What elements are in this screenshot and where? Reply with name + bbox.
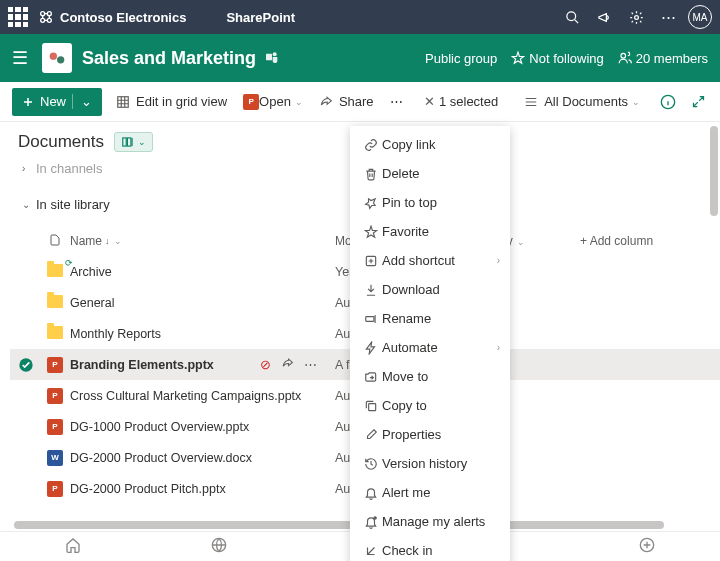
menu-item-link[interactable]: Copy link xyxy=(350,130,510,159)
menu-item-download[interactable]: Download xyxy=(350,275,510,304)
powerpoint-icon: P xyxy=(243,94,259,110)
svg-point-19 xyxy=(374,516,376,518)
history-icon xyxy=(360,457,382,471)
svg-point-1 xyxy=(47,12,51,16)
app-name[interactable]: SharePoint xyxy=(226,10,295,25)
svg-point-2 xyxy=(41,18,45,22)
powerpoint-icon: P xyxy=(47,419,63,435)
column-name[interactable]: Name↓⌄ xyxy=(70,234,335,248)
svg-point-5 xyxy=(634,15,638,19)
chevron-down-icon[interactable]: ⌄ xyxy=(72,94,92,109)
view-switcher[interactable]: All Documents⌄ xyxy=(516,88,648,116)
follow-button[interactable]: Not following xyxy=(511,51,603,66)
menu-item-props[interactable]: Properties xyxy=(350,420,510,449)
menu-item-checkin[interactable]: Check in xyxy=(350,536,510,561)
file-name[interactable]: General xyxy=(70,296,335,310)
context-menu: Copy linkDeletePin to topFavoriteAdd sho… xyxy=(350,126,510,561)
menu-item-shortcut[interactable]: Add shortcut› xyxy=(350,246,510,275)
folder-icon xyxy=(47,326,63,339)
download-icon xyxy=(360,283,382,297)
svg-rect-11 xyxy=(118,96,129,107)
star-icon xyxy=(360,225,382,239)
command-bar: New ⌄ Edit in grid view POpen⌄ Share ⋯ ✕… xyxy=(0,82,720,122)
menu-item-copy[interactable]: Copy to xyxy=(350,391,510,420)
globe-icon[interactable] xyxy=(211,537,227,556)
pin-icon xyxy=(360,196,382,210)
sync-badge-icon: ⟳ xyxy=(65,258,73,268)
site-logo[interactable] xyxy=(42,43,72,73)
expand-icon[interactable] xyxy=(688,94,708,109)
site-title[interactable]: Sales and Marketing xyxy=(82,48,256,69)
menu-item-alert[interactable]: Alert me xyxy=(350,478,510,507)
share-button[interactable]: Share xyxy=(311,88,382,116)
add-icon[interactable] xyxy=(639,537,655,556)
settings-icon[interactable] xyxy=(620,10,652,25)
folder-icon xyxy=(47,264,63,277)
automate-icon xyxy=(360,341,382,355)
file-name[interactable]: DG-2000 Product Pitch.pptx xyxy=(70,482,335,496)
search-icon[interactable] xyxy=(556,10,588,25)
rename-icon xyxy=(360,312,382,326)
svg-point-10 xyxy=(621,53,626,58)
menu-item-rename[interactable]: Rename xyxy=(350,304,510,333)
row-overflow-icon[interactable]: ⋯ xyxy=(304,357,317,373)
svg-point-9 xyxy=(273,52,277,56)
folder-icon xyxy=(47,295,63,308)
svg-rect-18 xyxy=(369,403,376,410)
alert-icon xyxy=(360,486,382,500)
shortcut-icon xyxy=(360,254,382,268)
svg-rect-17 xyxy=(366,316,374,321)
app-launcher-icon[interactable] xyxy=(8,7,28,27)
share-row-icon[interactable] xyxy=(281,357,294,373)
svg-rect-13 xyxy=(123,138,127,146)
svg-point-0 xyxy=(41,12,45,16)
menu-item-trash[interactable]: Delete xyxy=(350,159,510,188)
copy-icon xyxy=(360,399,382,413)
svg-point-7 xyxy=(57,56,64,63)
svg-point-4 xyxy=(566,11,575,20)
edit-grid-button[interactable]: Edit in grid view xyxy=(108,88,235,116)
file-name[interactable]: Cross Cultural Marketing Campaigns.pptx xyxy=(70,389,335,403)
file-type-column-icon[interactable] xyxy=(40,233,70,250)
alerts-icon xyxy=(360,515,382,529)
open-button[interactable]: POpen⌄ xyxy=(235,88,311,116)
file-name[interactable]: Archive xyxy=(70,265,335,279)
menu-item-pin[interactable]: Pin to top xyxy=(350,188,510,217)
menu-item-automate[interactable]: Automate› xyxy=(350,333,510,362)
powerpoint-icon: P xyxy=(47,481,63,497)
overflow-button[interactable]: ⋯ xyxy=(382,88,411,116)
menu-item-alerts[interactable]: Manage my alerts xyxy=(350,507,510,536)
scrollbar-vertical[interactable] xyxy=(710,126,718,216)
more-icon[interactable]: ⋯ xyxy=(652,8,684,26)
teams-icon[interactable] xyxy=(264,49,280,68)
checkedout-icon: ⊘ xyxy=(260,357,271,373)
word-icon: W xyxy=(47,450,63,466)
svg-rect-14 xyxy=(127,138,131,146)
file-name[interactable]: DG-1000 Product Overview.pptx xyxy=(70,420,335,434)
view-toggle[interactable]: ⌄ xyxy=(114,132,153,152)
home-icon[interactable] xyxy=(65,537,81,556)
file-name[interactable]: DG-2000 Product Overview.docx xyxy=(70,451,335,465)
megaphone-icon[interactable] xyxy=(588,10,620,25)
trash-icon xyxy=(360,167,382,181)
site-header: ☰ Sales and Marketing Public group Not f… xyxy=(0,34,720,82)
powerpoint-icon: P xyxy=(47,357,63,373)
selection-count[interactable]: ✕1 selected xyxy=(416,88,506,116)
check-icon[interactable] xyxy=(18,357,34,373)
hamburger-icon[interactable]: ☰ xyxy=(12,47,28,69)
svg-point-3 xyxy=(47,18,51,22)
new-button[interactable]: New ⌄ xyxy=(12,88,102,116)
props-icon xyxy=(360,428,382,442)
brand-logo-icon xyxy=(38,9,54,25)
checkin-icon xyxy=(360,544,382,558)
svg-rect-8 xyxy=(266,53,272,60)
file-name[interactable]: Monthly Reports xyxy=(70,327,335,341)
brand-name: Contoso Electronics xyxy=(60,10,186,25)
menu-item-move[interactable]: Move to xyxy=(350,362,510,391)
avatar[interactable]: MA xyxy=(688,5,712,29)
menu-item-history[interactable]: Version history xyxy=(350,449,510,478)
add-column-button[interactable]: + Add column xyxy=(580,234,653,248)
info-icon[interactable] xyxy=(658,94,678,110)
members-button[interactable]: 20 members xyxy=(618,51,708,66)
menu-item-star[interactable]: Favorite xyxy=(350,217,510,246)
